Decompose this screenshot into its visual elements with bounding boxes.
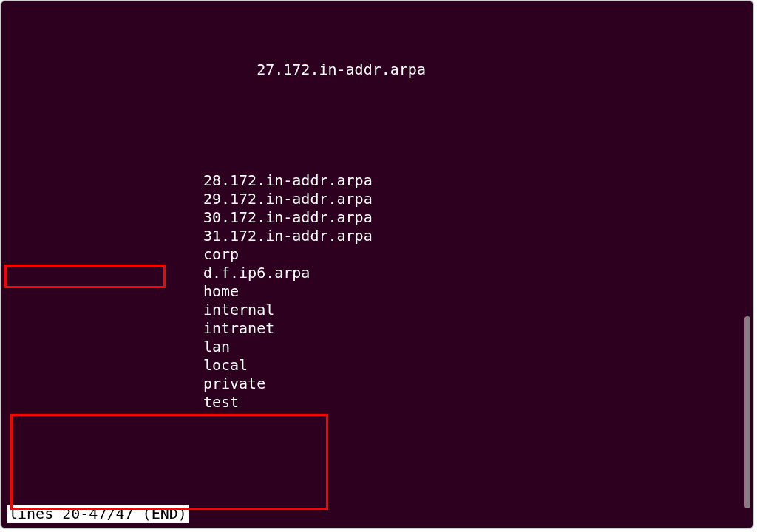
domain-entry: test bbox=[203, 393, 239, 411]
domain-entry: home bbox=[203, 282, 239, 300]
domain-entry: private bbox=[203, 375, 265, 392]
domain-entry: internal bbox=[203, 301, 274, 318]
domain-entry: intranet bbox=[203, 319, 274, 337]
domain-entry: d.f.ip6.arpa bbox=[203, 264, 310, 282]
terminal-window[interactable]: 27.172.in-addr.arpa 28.172.in-addr.arpa2… bbox=[0, 0, 754, 529]
scrollbar-thumb[interactable] bbox=[744, 316, 750, 508]
domain-entry: 27.172.in-addr.arpa bbox=[257, 61, 426, 78]
domain-entry: 30.172.in-addr.arpa bbox=[203, 208, 373, 226]
domain-entry: local bbox=[203, 356, 248, 374]
scrollbar[interactable] bbox=[741, 6, 750, 508]
terminal-output: 27.172.in-addr.arpa 28.172.in-addr.arpa2… bbox=[1, 1, 753, 529]
domain-entry: 28.172.in-addr.arpa bbox=[203, 171, 373, 189]
domain-entry: lan bbox=[203, 338, 230, 355]
pager-status: lines 20-47/47 (END) bbox=[7, 505, 189, 523]
domain-entry: corp bbox=[203, 245, 239, 263]
domain-entry: 31.172.in-addr.arpa bbox=[203, 227, 373, 245]
domain-entry: 29.172.in-addr.arpa bbox=[203, 190, 373, 208]
